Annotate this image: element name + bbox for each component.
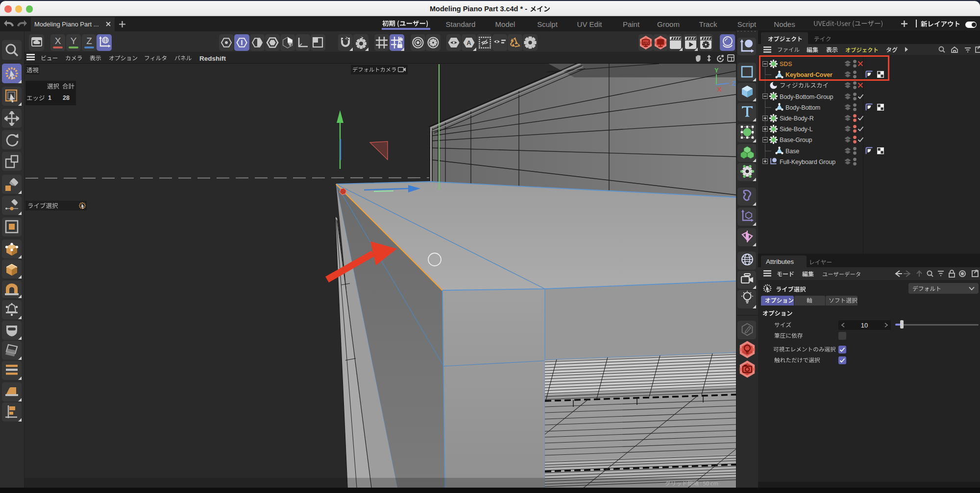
svg-text:Z: Z bbox=[732, 80, 736, 87]
svg-text:X: X bbox=[717, 86, 722, 93]
svg-text:A: A bbox=[466, 39, 471, 47]
svg-text:RV: RV bbox=[643, 41, 649, 45]
svg-text:Y: Y bbox=[714, 67, 719, 74]
